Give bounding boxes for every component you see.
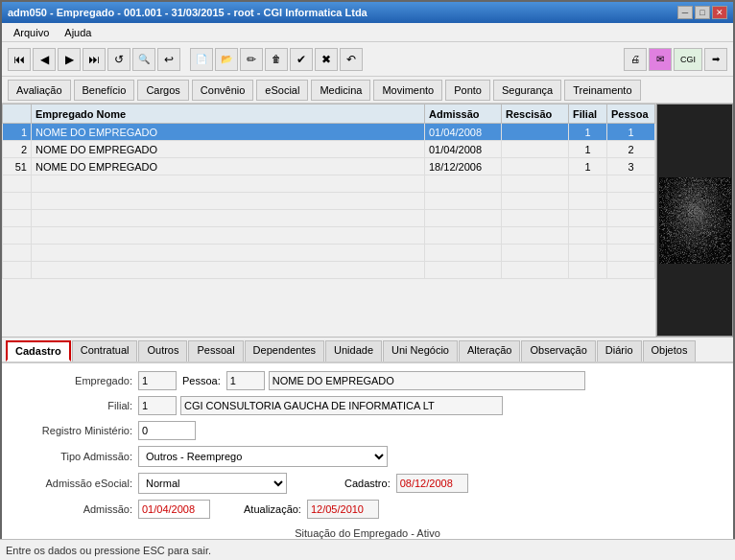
table-row[interactable]: 51 NOME DO EMPREGADO 18/12/2006 1 3 <box>3 158 655 175</box>
table-row[interactable] <box>3 210 655 227</box>
col-header-nome: Empregado Nome <box>32 105 425 124</box>
delete-button[interactable]: 🗑 <box>265 48 288 71</box>
btn-convenio[interactable]: Convênio <box>192 80 253 101</box>
tab-unidade[interactable]: Unidade <box>325 340 382 362</box>
btn-cargos[interactable]: Cargos <box>137 80 188 101</box>
window-title: adm050 - Empregado - 001.001 - 31/03/201… <box>8 7 368 18</box>
refresh-button[interactable]: ↺ <box>107 48 130 71</box>
empregado-label: Empregado: <box>13 375 138 386</box>
admissao-row: Admissão: Atualização: <box>13 500 722 519</box>
menu-arquivo[interactable]: Arquivo <box>6 25 57 40</box>
nav-prev-button[interactable]: ◀ <box>33 48 56 71</box>
menu-bar: Arquivo Ajuda <box>2 23 733 42</box>
nome-input[interactable] <box>269 371 585 390</box>
tab-observacao[interactable]: Observação <box>521 340 595 362</box>
status-text: Entre os dados ou pressione ESC para sai… <box>6 545 211 556</box>
table-row[interactable] <box>3 227 655 245</box>
empregado-input[interactable] <box>138 371 177 390</box>
menu-ajuda[interactable]: Ajuda <box>57 25 99 40</box>
table-row[interactable]: 2 NOME DO EMPREGADO 01/04/2008 1 2 <box>3 141 655 158</box>
maximize-button[interactable]: □ <box>695 6 710 19</box>
filial-num-input[interactable] <box>138 396 177 415</box>
tab-diario[interactable]: Diário <box>597 340 642 362</box>
col-header-filial: Filial <box>569 105 607 124</box>
cgi-button[interactable]: CGI <box>674 48 702 71</box>
tipo-admissao-select[interactable]: Outros - Reemprego <box>138 446 388 467</box>
toolbar: ⏮ ◀ ▶ ⏭ ↺ 🔍 ↩ 📄 📂 ✏ 🗑 ✔ ✖ ↶ 🖨 ✉ CGI ➡ <box>2 42 733 77</box>
table-scroll[interactable]: Empregado Nome Admissão Rescisão Filial … <box>2 104 655 334</box>
admissao-esocial-select[interactable]: Normal <box>138 473 287 494</box>
tab-contratual[interactable]: Contratual <box>72 340 138 362</box>
pessoa-input[interactable] <box>226 371 265 390</box>
undo-button[interactable]: ↶ <box>340 48 363 71</box>
registro-label: Registro Ministério: <box>13 425 138 436</box>
row-rescisao <box>502 124 569 141</box>
tab-alteracao[interactable]: Alteração <box>459 340 520 362</box>
tipo-admissao-label: Tipo Admissão: <box>13 451 138 462</box>
row-filial: 1 <box>569 158 607 175</box>
open-button[interactable]: 📂 <box>215 48 238 71</box>
tab-uninegocio[interactable]: Uni Negócio <box>383 340 458 362</box>
btn-movimento[interactable]: Movimento <box>373 80 442 101</box>
row-admissao: 18/12/2006 <box>425 158 502 175</box>
filial-nome-input[interactable] <box>180 396 503 415</box>
close-button[interactable]: ✕ <box>712 6 727 19</box>
registro-row: Registro Ministério: <box>13 421 722 440</box>
tab-dependentes[interactable]: Dependentes <box>245 340 324 362</box>
btn-treinamento[interactable]: Treinamento <box>564 80 640 101</box>
nav-first-button[interactable]: ⏮ <box>8 48 31 71</box>
print-button[interactable]: 🖨 <box>624 48 647 71</box>
table-row[interactable] <box>3 262 655 279</box>
tab-objetos[interactable]: Objetos <box>643 340 697 362</box>
btn-medicina[interactable]: Medicina <box>311 80 370 101</box>
email-button[interactable]: ✉ <box>649 48 672 71</box>
atualizacao-label: Atualização: <box>244 503 307 515</box>
edit-button[interactable]: ✏ <box>240 48 263 71</box>
table-row[interactable] <box>3 245 655 262</box>
cadastro-form: Empregado: Pessoa: Filial: Registro Mini… <box>2 363 733 560</box>
tabs-row: Cadastro Contratual Outros Pessoal Depen… <box>2 338 733 363</box>
table-row[interactable]: 1 NOME DO EMPREGADO 01/04/2008 1 1 <box>3 124 655 141</box>
admissao-input[interactable] <box>138 500 210 519</box>
cancel-button[interactable]: ✖ <box>315 48 338 71</box>
tipo-admissao-row: Tipo Admissão: Outros - Reemprego <box>13 446 722 467</box>
check-button[interactable]: ✔ <box>290 48 313 71</box>
row-num: 2 <box>3 141 32 158</box>
btn-esocial[interactable]: eSocial <box>256 80 308 101</box>
btn-beneficio[interactable]: Benefício <box>74 80 135 101</box>
new-button[interactable]: 📄 <box>190 48 213 71</box>
tab-pessoal[interactable]: Pessoal <box>188 340 243 362</box>
cadastro-input[interactable] <box>396 474 468 493</box>
status-bar: Entre os dados ou pressione ESC para sai… <box>0 539 735 560</box>
esocial-row: Admissão eSocial: Normal Cadastro: <box>13 473 722 494</box>
function-buttons-row: Avaliação Benefício Cargos Convênio eSoc… <box>2 77 733 104</box>
tab-outros[interactable]: Outros <box>138 340 187 362</box>
row-admissao: 01/04/2008 <box>425 141 502 158</box>
lower-section: Cadastro Contratual Outros Pessoal Depen… <box>2 338 733 560</box>
nav-next-button[interactable]: ▶ <box>58 48 81 71</box>
atualizacao-input[interactable] <box>307 500 379 519</box>
row-rescisao <box>502 141 569 158</box>
row-nome: NOME DO EMPREGADO <box>32 124 425 141</box>
row-rescisao <box>502 158 569 175</box>
btn-seguranca[interactable]: Segurança <box>493 80 561 101</box>
export-button[interactable]: ➡ <box>704 48 727 71</box>
btn-avaliacao[interactable]: Avaliação <box>8 80 71 101</box>
admissao-esocial-label: Admissão eSocial: <box>13 478 138 489</box>
find-button[interactable]: 🔍 <box>132 48 155 71</box>
col-header-rescisao: Rescisão <box>502 105 569 124</box>
tab-cadastro[interactable]: Cadastro <box>6 340 71 362</box>
registro-input[interactable] <box>138 421 196 440</box>
minimize-button[interactable]: ─ <box>677 6 693 19</box>
row-nome: NOME DO EMPREGADO <box>32 158 425 175</box>
row-num: 51 <box>3 158 32 175</box>
employee-photo <box>656 104 733 337</box>
back-button[interactable]: ↩ <box>157 48 180 71</box>
table-row[interactable] <box>3 193 655 210</box>
table-row[interactable] <box>3 175 655 193</box>
row-nome: NOME DO EMPREGADO <box>32 141 425 158</box>
row-pessoa: 1 <box>607 124 655 141</box>
nav-last-button[interactable]: ⏭ <box>83 48 106 71</box>
col-header-pessoa: Pessoa <box>607 105 655 124</box>
btn-ponto[interactable]: Ponto <box>445 80 490 101</box>
